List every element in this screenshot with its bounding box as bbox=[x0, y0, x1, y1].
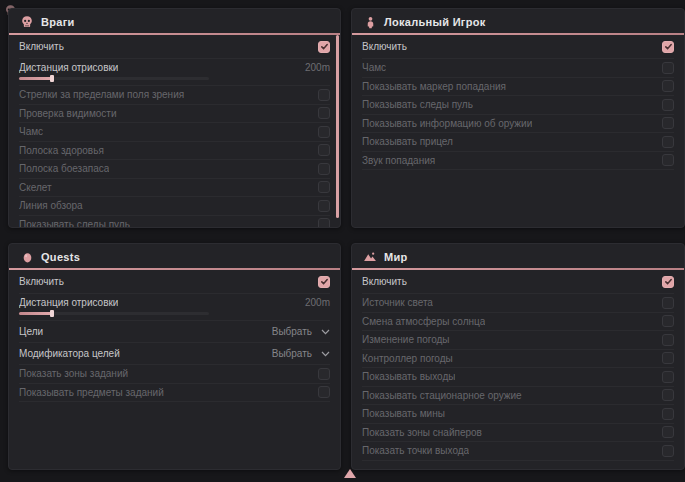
setting-row-toggle[interactable]: Чамс bbox=[19, 123, 330, 142]
slider[interactable] bbox=[19, 312, 209, 315]
checkbox[interactable] bbox=[318, 276, 330, 288]
setting-label: Линия обзора bbox=[19, 200, 83, 211]
checkbox[interactable] bbox=[662, 334, 674, 346]
setting-label: Проверка видимости bbox=[19, 108, 117, 119]
setting-label: Показать точки выхода bbox=[362, 445, 469, 456]
setting-label: Показать зоны снайперов bbox=[362, 427, 482, 438]
checkbox[interactable] bbox=[662, 99, 674, 111]
panels-grid: ВрагиВключитьДистанция отрисовки200mСтре… bbox=[8, 8, 685, 470]
setting-row-toggle[interactable]: Включить bbox=[362, 270, 674, 294]
panel-header: Враги bbox=[9, 9, 340, 33]
setting-row-toggle[interactable]: Показывать предметы заданий bbox=[19, 384, 330, 403]
checkbox[interactable] bbox=[662, 371, 674, 383]
checkbox[interactable] bbox=[318, 218, 330, 228]
setting-label: Показывать прицел bbox=[362, 136, 453, 147]
checkbox[interactable] bbox=[318, 368, 330, 380]
setting-row-toggle[interactable]: Изменение погоды bbox=[362, 331, 674, 350]
setting-row-toggle[interactable]: Включить bbox=[19, 35, 330, 59]
setting-row-dropdown[interactable]: ЦелиВыбрать bbox=[19, 321, 330, 343]
panel-title: Локальный Игрок bbox=[384, 16, 486, 28]
setting-row-toggle[interactable]: Показывать стационарное оружие bbox=[362, 387, 674, 406]
setting-label: Контроллер погоды bbox=[362, 353, 453, 364]
cursor-pointer bbox=[344, 469, 356, 478]
slider-thumb[interactable] bbox=[50, 75, 54, 82]
checkbox[interactable] bbox=[318, 181, 330, 193]
checkbox[interactable] bbox=[318, 200, 330, 212]
checkbox[interactable] bbox=[662, 445, 674, 457]
setting-row-toggle[interactable]: Показывать следы пуль bbox=[362, 96, 674, 115]
setting-row-dropdown[interactable]: Модификатора целейВыбрать bbox=[19, 343, 330, 365]
checkbox[interactable] bbox=[662, 62, 674, 74]
scrollbar-thumb[interactable] bbox=[336, 35, 339, 218]
checkbox[interactable] bbox=[662, 352, 674, 364]
slider-label-line: Дистанция отрисовки200m bbox=[19, 297, 330, 308]
checkbox[interactable] bbox=[662, 41, 674, 53]
setting-row-toggle[interactable]: Показывать информацию об оружии bbox=[362, 115, 674, 134]
setting-row-toggle[interactable]: Показывать прицел bbox=[362, 133, 674, 152]
slider-fill bbox=[19, 77, 53, 80]
setting-row-toggle[interactable]: Источник света bbox=[362, 294, 674, 313]
checkbox[interactable] bbox=[662, 297, 674, 309]
setting-row-toggle[interactable]: Чамс bbox=[362, 59, 674, 78]
dropdown-select[interactable]: Выбрать bbox=[272, 326, 330, 337]
slider[interactable] bbox=[19, 77, 209, 80]
setting-row-toggle[interactable]: Показывать выходы bbox=[362, 368, 674, 387]
setting-row-toggle[interactable]: Звук попадания bbox=[362, 152, 674, 171]
setting-label: Дистанция отрисовки bbox=[19, 62, 118, 73]
dropdown-select[interactable]: Выбрать bbox=[272, 348, 330, 359]
setting-label: Включить bbox=[362, 276, 407, 287]
panel-title: Quests bbox=[41, 251, 80, 263]
checkbox[interactable] bbox=[662, 315, 674, 327]
panel-title: Мир bbox=[384, 251, 408, 263]
setting-row-toggle[interactable]: Показать зоны заданий bbox=[19, 365, 330, 384]
setting-label: Показывать предметы заданий bbox=[19, 387, 164, 398]
setting-row-toggle[interactable]: Показывать маркер попадания bbox=[362, 78, 674, 97]
setting-row-toggle[interactable]: Показывать мины bbox=[362, 405, 674, 424]
setting-label: Показывать выходы bbox=[362, 371, 455, 382]
checkbox[interactable] bbox=[662, 276, 674, 288]
checkbox[interactable] bbox=[318, 41, 330, 53]
checkbox[interactable] bbox=[662, 426, 674, 438]
setting-label: Показывать маркер попадания bbox=[362, 81, 506, 92]
setting-row-toggle[interactable]: Проверка видимости bbox=[19, 105, 330, 124]
setting-row-toggle[interactable]: Линия обзора bbox=[19, 197, 330, 216]
checkbox[interactable] bbox=[318, 89, 330, 101]
setting-row-toggle[interactable]: Включить bbox=[362, 35, 674, 59]
slider-value: 200m bbox=[305, 62, 330, 73]
checkbox[interactable] bbox=[662, 389, 674, 401]
setting-label: Скелет bbox=[19, 182, 52, 193]
setting-label: Показывать мины bbox=[362, 408, 445, 419]
setting-label: Полоска здоровья bbox=[19, 145, 104, 156]
setting-label: Показывать следы пуль bbox=[362, 99, 473, 110]
checkbox[interactable] bbox=[318, 126, 330, 138]
checkbox[interactable] bbox=[662, 154, 674, 166]
panel-body: ВключитьЧамсПоказывать маркер попаданияП… bbox=[352, 35, 684, 170]
setting-row-toggle[interactable]: Скелет bbox=[19, 179, 330, 198]
checkbox[interactable] bbox=[662, 117, 674, 129]
setting-row-toggle[interactable]: Показывать следы пуль bbox=[19, 216, 330, 229]
checkbox[interactable] bbox=[662, 80, 674, 92]
chevron-down-icon bbox=[321, 351, 330, 357]
setting-row-toggle[interactable]: Контроллер погоды bbox=[362, 350, 674, 369]
dropdown-value: Выбрать bbox=[272, 326, 312, 337]
setting-label: Дистанция отрисовки bbox=[19, 297, 118, 308]
checkbox[interactable] bbox=[662, 408, 674, 420]
setting-label: Модификатора целей bbox=[19, 348, 120, 359]
panel-enemies: ВрагиВключитьДистанция отрисовки200mСтре… bbox=[8, 8, 341, 228]
checkbox[interactable] bbox=[662, 136, 674, 148]
setting-row-toggle[interactable]: Полоска боезапаса bbox=[19, 160, 330, 179]
setting-row-toggle[interactable]: Показать точки выхода bbox=[362, 442, 674, 461]
slider-fill bbox=[19, 312, 53, 315]
slider-thumb[interactable] bbox=[50, 310, 54, 317]
dropdown-value: Выбрать bbox=[272, 348, 312, 359]
checkbox[interactable] bbox=[318, 107, 330, 119]
checkbox[interactable] bbox=[318, 386, 330, 398]
setting-row-toggle[interactable]: Смена атмосферы солнца bbox=[362, 313, 674, 332]
setting-row-toggle[interactable]: Полоска здоровья bbox=[19, 142, 330, 161]
setting-row-toggle[interactable]: Показать зоны снайперов bbox=[362, 424, 674, 443]
checkbox[interactable] bbox=[318, 144, 330, 156]
checkbox[interactable] bbox=[318, 163, 330, 175]
setting-row-toggle[interactable]: Стрелки за пределами поля зрения bbox=[19, 86, 330, 105]
setting-row-toggle[interactable]: Включить bbox=[19, 270, 330, 294]
setting-label: Смена атмосферы солнца bbox=[362, 316, 485, 327]
